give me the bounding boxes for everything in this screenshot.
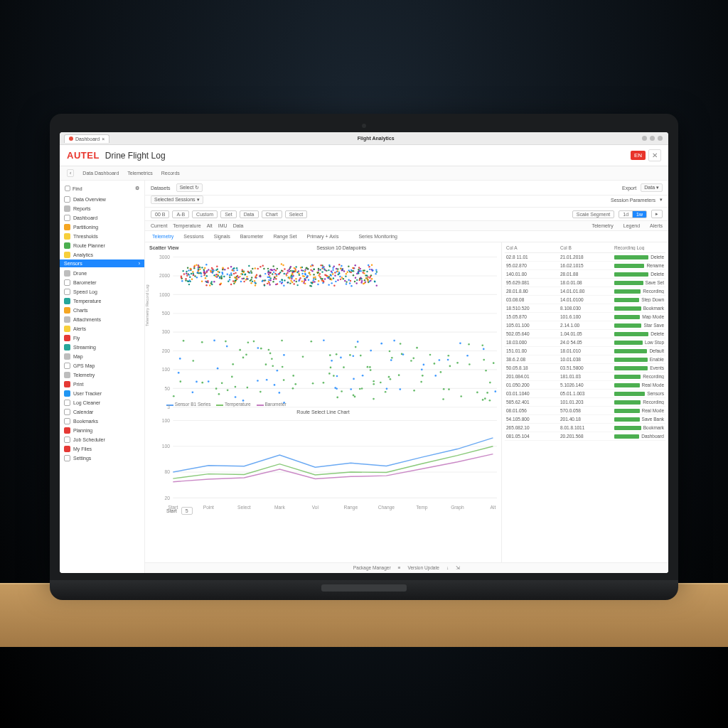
table-row[interactable]: 08.01.056570.0.058Real Mode: [505, 407, 665, 415]
breadcrumb[interactable]: Data Dashboard: [82, 171, 119, 176]
sidebar-item[interactable]: Job Scheduler: [60, 435, 144, 444]
sidebar-item[interactable]: Barometer: [60, 278, 144, 287]
tab[interactable]: Barometer: [239, 233, 265, 240]
table-row[interactable]: 03.08.0814.01.0100Step Down: [505, 296, 665, 304]
filter-chip[interactable]: Data: [233, 223, 244, 228]
table-row[interactable]: 95.02.87016.02.1015Rename: [505, 262, 665, 270]
table-row[interactable]: 18.510.5208.108.030Bookmark: [505, 304, 665, 313]
table-row[interactable]: 201.084.01181.01.03Recording: [505, 373, 665, 381]
footer-item[interactable]: Version Update: [407, 565, 439, 571]
sidebar-item[interactable]: My Files: [60, 444, 144, 454]
breadcrumb[interactable]: Records: [161, 171, 180, 176]
table-row[interactable]: 18.03.00024.0 54.05Low Stop: [505, 338, 665, 347]
filter-chip[interactable]: Chart: [262, 210, 282, 218]
sidebar-item[interactable]: GPS Map: [60, 361, 144, 370]
footer-item[interactable]: Package Manager: [353, 565, 391, 571]
table-row[interactable]: 03.01.104005.01.1.003Sensors: [505, 390, 665, 398]
time-segment[interactable]: 1d 1w: [619, 210, 647, 218]
sidebar-item[interactable]: Settings: [60, 454, 144, 463]
sidebar-group[interactable]: Dashboard: [60, 213, 144, 223]
table-row[interactable]: 140.01.0028.01.88Delete: [505, 270, 665, 279]
table-row[interactable]: 02.8 11.0121.01.2018Delete: [505, 253, 665, 262]
breadcrumb[interactable]: Telemetrics: [127, 171, 152, 176]
filter-chip[interactable]: Select: [285, 210, 307, 218]
sidebar-group[interactable]: Partitioning: [60, 223, 144, 232]
table-row[interactable]: 502.05.6401.04.01.05Delete: [505, 330, 665, 338]
sidebar-group[interactable]: Data Overview: [60, 195, 144, 204]
lang-badge[interactable]: EN: [631, 151, 646, 160]
filter-chip[interactable]: Legend: [623, 223, 640, 228]
filter-chip[interactable]: 00 B: [151, 210, 169, 218]
filter-chip[interactable]: Custom: [192, 210, 218, 218]
sidebar-item[interactable]: User Tracker: [60, 389, 144, 398]
tab[interactable]: Sessions: [182, 233, 205, 240]
chevron-down-icon[interactable]: ▾: [660, 197, 663, 203]
table-row[interactable]: 151.01.0018.01.010Default: [505, 347, 665, 355]
sidebar-group[interactable]: Thresholds: [60, 232, 144, 241]
export-mode-dropdown[interactable]: Data ▾: [641, 183, 663, 192]
table-row[interactable]: 01.050.2005.1026.140Real Mode: [505, 381, 665, 390]
filter-chip[interactable]: Set: [220, 210, 237, 218]
col-header[interactable]: Col A: [506, 245, 556, 250]
sidebar-group[interactable]: Analytics: [60, 250, 144, 259]
window-controls[interactable]: [642, 136, 663, 141]
filter-chip[interactable]: Current: [151, 223, 167, 228]
table-row[interactable]: 95.629.08118.0.01.08Save Set: [505, 279, 665, 287]
tab[interactable]: Signals: [213, 233, 232, 240]
table-row[interactable]: 38.6.2.0810.01.038Enable: [505, 355, 665, 364]
table-row[interactable]: 105.01.1002.14.1.00Star Save: [505, 321, 665, 330]
session-dropdown[interactable]: Selected Sessions ▾: [151, 196, 203, 204]
table-row[interactable]: 081.05.10420.201.568Dashboard: [505, 432, 665, 441]
filter-chip[interactable]: Alt: [207, 223, 213, 228]
back-button[interactable]: ‹: [67, 169, 74, 177]
tab[interactable]: Range Set: [272, 233, 298, 240]
tab[interactable]: [347, 233, 350, 240]
table-row[interactable]: 50.05.8.1803.51.5800Events: [505, 364, 665, 373]
gear-icon[interactable]: ⚙: [135, 186, 139, 191]
sidebar-search-label[interactable]: Find: [73, 186, 133, 191]
sidebar-item[interactable]: Alerts: [60, 324, 144, 333]
sidebar-group[interactable]: Route Planner: [60, 241, 144, 250]
col-header[interactable]: Col B: [560, 245, 610, 250]
filter-chip[interactable]: Telemetry: [592, 223, 613, 228]
tab-close-icon[interactable]: ×: [102, 136, 105, 141]
sidebar-item[interactable]: Log Cleaner: [60, 398, 144, 407]
col-header[interactable]: Recording Log: [614, 245, 664, 250]
table-row[interactable]: 585.62.401101.01.203Recording: [505, 398, 665, 407]
sidebar-item[interactable]: Bookmarks: [60, 417, 144, 426]
table-row[interactable]: 265.082.108.01.8.1011Bookmark: [505, 424, 665, 432]
sidebar-item[interactable]: Calendar: [60, 407, 144, 417]
footer-item[interactable]: ↓: [446, 565, 449, 571]
filter-chip[interactable]: A-B: [172, 210, 189, 218]
sidebar-group[interactable]: Reports: [60, 204, 144, 213]
sidebar-item[interactable]: Map: [60, 352, 144, 361]
sidebar-item[interactable]: Speed Log: [60, 287, 144, 296]
sidebar-item[interactable]: Print: [60, 380, 144, 389]
filter-chip[interactable]: IMU: [218, 223, 228, 228]
seg-1d[interactable]: 1d: [619, 211, 633, 218]
sidebar-item[interactable]: Planning: [60, 426, 144, 435]
filter-chip[interactable]: Alerts: [650, 223, 663, 228]
filter-chip[interactable]: Temperature: [173, 223, 200, 228]
sidebar-item[interactable]: Fly: [60, 333, 144, 343]
footer-item[interactable]: ≡: [398, 565, 401, 571]
browser-tab[interactable]: Dashboard ×: [64, 134, 109, 143]
table-row[interactable]: 54.105.800201.40.18Save Bank: [505, 415, 665, 424]
line-chart[interactable]: 1001008020StartPointSelectMarkVolRangeCh…: [149, 417, 497, 503]
select-dropdown[interactable]: Select ↻: [176, 183, 203, 192]
next-page-button[interactable]: ▸: [651, 210, 663, 218]
sidebar-item[interactable]: Attachments: [60, 315, 144, 324]
table-row[interactable]: 15.05.870101.6.100Map Mode: [505, 313, 665, 321]
footer-item[interactable]: ⇲: [456, 565, 460, 571]
sidebar-item[interactable]: Drone: [60, 269, 144, 278]
sidebar-item[interactable]: Streaming: [60, 343, 144, 352]
sidebar-item-active[interactable]: Sensors ›: [60, 259, 144, 267]
tab[interactable]: Primary + Axis: [306, 233, 341, 240]
filter-chip[interactable]: Data: [240, 210, 259, 218]
sidebar-item[interactable]: Telemetry: [60, 370, 144, 380]
close-icon[interactable]: ✕: [648, 149, 661, 161]
sidebar-item[interactable]: Charts: [60, 306, 144, 315]
table-row[interactable]: 28.01.8.8014.01.01.80Recording: [505, 287, 665, 296]
tab[interactable]: Telemetry: [151, 233, 175, 240]
sidebar-item[interactable]: Temperature: [60, 296, 144, 306]
